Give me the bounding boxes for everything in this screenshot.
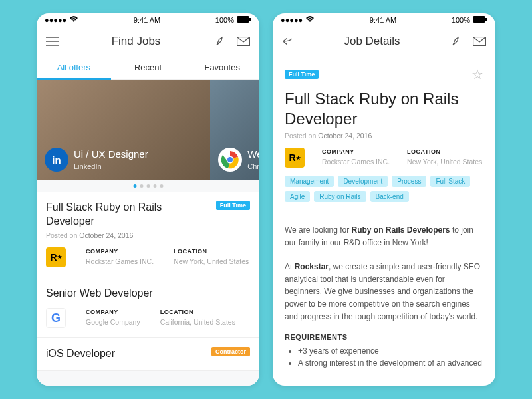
linkedin-logo-icon: in [45, 148, 68, 172]
separator [285, 213, 483, 213]
description-p1: We are looking for Ruby on Rails Develop… [285, 224, 483, 249]
requirement-item: A strong interest in the development of … [298, 358, 483, 368]
company-name: Google Company [86, 318, 140, 326]
dot[interactable] [140, 184, 143, 188]
pin-icon[interactable] [213, 35, 226, 48]
slide-sub: Chro [247, 162, 259, 170]
status-bar: ●●●●● 9:41 AM 100% [273, 13, 495, 27]
job-card[interactable]: Senior Web Developer G COMPANY Google Co… [37, 277, 259, 338]
phone-job-details: ●●●●● 9:41 AM 100% Job Details [273, 13, 495, 386]
dot[interactable] [153, 184, 156, 188]
pin-icon[interactable] [449, 35, 462, 48]
rockstar-logo-icon: R★ [285, 148, 305, 168]
battery-pct: 100% [215, 16, 234, 24]
tag[interactable]: Ruby on Rails [314, 191, 366, 202]
tag[interactable]: Full Stack [430, 176, 470, 187]
tag[interactable]: Back-end [370, 191, 409, 202]
signal-dots-icon: ●●●●● [45, 16, 66, 24]
details-body: Full Time ☆ Full Stack Ruby on Rails Dev… [273, 56, 495, 386]
job-title: iOS Developer [46, 347, 115, 361]
dot[interactable] [146, 184, 150, 188]
posted-line: Posted on October 24, 2016 [285, 132, 483, 140]
job-badge: Full Time [285, 70, 319, 79]
slide-title: We [247, 148, 259, 160]
tag[interactable]: Management [285, 176, 334, 187]
tag[interactable]: Development [338, 176, 388, 187]
header: Find Jobs [37, 27, 259, 56]
job-badge: Contractor [211, 347, 250, 356]
job-title: Full Stack Ruby on Rails Developer [285, 89, 483, 129]
location-label: LOCATION [160, 309, 235, 315]
tab-favorites[interactable]: Favorites [185, 56, 259, 79]
rockstar-logo-icon: R★ [46, 247, 66, 267]
carousel-dots [133, 184, 163, 188]
featured-carousel[interactable]: in Ui / UX Designer LinkedIn We Chro [37, 80, 259, 180]
status-bar: ●●●●● 9:41 AM 100% [37, 13, 259, 27]
carousel-slide[interactable]: We Chro [210, 80, 259, 180]
tab-all-offers[interactable]: All offers [37, 56, 111, 79]
mail-icon[interactable] [473, 35, 486, 48]
carousel-slide[interactable]: in Ui / UX Designer LinkedIn [37, 80, 210, 180]
favorite-star-icon[interactable]: ☆ [471, 66, 483, 82]
svg-rect-1 [249, 18, 251, 21]
battery-pct: 100% [452, 16, 470, 24]
battery-icon [473, 16, 487, 24]
tags: Management Development Process Full Stac… [285, 176, 483, 202]
dot[interactable] [133, 184, 136, 188]
location-name: California, United States [160, 318, 235, 326]
job-title: Senior Web Developer [46, 287, 199, 301]
svg-rect-7 [473, 16, 485, 23]
page-title: Job Details [344, 35, 400, 48]
header: Job Details [273, 27, 495, 56]
tag[interactable]: Process [392, 176, 426, 187]
posted-line: Posted on October 24, 2016 [46, 231, 250, 239]
job-list: Full Stack Ruby on Rails Developer Full … [37, 180, 259, 371]
dot[interactable] [160, 184, 163, 188]
battery-icon [237, 16, 251, 24]
phone-find-jobs: ●●●●● 9:41 AM 100% Find Jobs All off [37, 13, 259, 386]
requirements-list: +3 years of experience A strong interest… [285, 346, 483, 368]
svg-rect-8 [485, 18, 487, 21]
back-icon[interactable] [282, 35, 295, 48]
requirements-heading: REQUIREMENTS [285, 333, 483, 341]
company-name: Rockstar Games INC. [322, 158, 390, 166]
mail-icon[interactable] [237, 35, 250, 48]
svg-rect-0 [237, 16, 249, 23]
slide-sub: LinkedIn [74, 162, 102, 170]
company-label: COMPANY [322, 148, 390, 155]
requirement-item: +3 years of experience [298, 346, 483, 356]
company-name: Rockstar Games INC. [86, 257, 154, 265]
company-label: COMPANY [86, 309, 140, 315]
job-card[interactable]: iOS Developer Contractor [37, 338, 259, 371]
tabs: All offers Recent Favorites [37, 56, 259, 80]
job-badge: Full Time [216, 201, 250, 210]
menu-icon[interactable] [46, 35, 59, 48]
slide-title: Ui / UX Designer [74, 148, 148, 160]
location-name: New York, United States [407, 158, 482, 166]
page-title: Find Jobs [112, 35, 161, 48]
signal-dots-icon: ●●●●● [281, 16, 303, 24]
jobs-body: in Ui / UX Designer LinkedIn We Chro [37, 80, 259, 386]
location-name: New York, United States [174, 257, 249, 265]
job-title: Full Stack Ruby on Rails Developer [46, 201, 199, 229]
svg-point-6 [227, 157, 233, 162]
company-label: COMPANY [86, 248, 154, 255]
wifi-icon [69, 16, 78, 24]
tag[interactable]: Agile [285, 191, 310, 202]
tab-recent[interactable]: Recent [111, 56, 186, 79]
chrome-logo-icon [218, 148, 242, 172]
google-logo-icon: G [46, 308, 66, 328]
wifi-icon [305, 16, 315, 24]
description-p2: At Rockstar, we create a simple and user… [285, 261, 483, 323]
status-time: 9:41 AM [134, 16, 160, 24]
location-label: LOCATION [407, 148, 482, 155]
location-label: LOCATION [174, 248, 249, 255]
status-time: 9:41 AM [370, 16, 396, 24]
job-card[interactable]: Full Stack Ruby on Rails Developer Full … [37, 192, 259, 277]
